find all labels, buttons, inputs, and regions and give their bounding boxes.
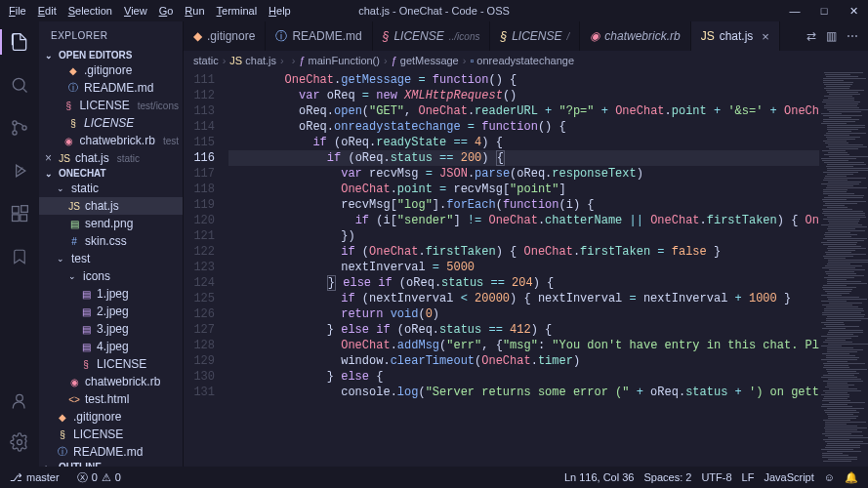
tab[interactable]: ◉chatwebrick.rb [580,21,690,51]
open-editor-item[interactable]: §LICENSEtest/icons [39,97,183,114]
file-item[interactable]: ▤send.png [39,215,183,232]
file-icon: ▤ [80,341,92,352]
file-icon: JS [701,29,715,43]
svg-rect-6 [21,215,27,222]
activity-bookmark[interactable] [0,242,39,271]
activity-debug[interactable] [0,156,39,185]
file-icon: § [67,117,79,129]
section-open-editors[interactable]: ⌄OPEN EDITORS [39,49,183,61]
status-encoding[interactable]: UTF-8 [697,471,735,484]
file-item[interactable]: JSchat.js [39,197,183,215]
chevron-down-icon: ⌄ [57,254,66,264]
breadcrumb-item[interactable]: static [193,55,219,66]
status-position[interactable]: Ln 116, Col 36 [560,471,639,484]
breadcrumbs[interactable]: static›JS chat.js››ƒ mainFunction()›ƒ ge… [184,51,868,70]
activity-explorer[interactable] [0,27,39,57]
code-content[interactable]: OneChat.getMessage = function() { var oR… [228,70,819,467]
breadcrumb-item[interactable]: ƒ getMessage [392,55,459,66]
open-editor-item[interactable]: §LICENSE [39,114,183,132]
file-item[interactable]: ▤1.jpeg [39,285,183,303]
status-spaces[interactable]: Spaces: 2 [640,471,695,484]
menu-view[interactable]: View [119,5,152,17]
section-outline[interactable]: ›OUTLINE [39,461,183,467]
tab[interactable]: §LICENSE/ [490,21,580,51]
menu-edit[interactable]: Edit [33,5,62,17]
minimap[interactable] [819,70,868,467]
svg-rect-7 [21,206,28,213]
breadcrumb-item[interactable]: ƒ mainFunction() [299,55,380,66]
file-item[interactable]: ▤3.jpeg [39,320,183,338]
compare-icon[interactable]: ⇄ [806,29,816,43]
open-editor-item[interactable]: ⓘREADME.md [39,79,183,97]
menu-terminal[interactable]: Terminal [212,5,263,17]
titlebar: FileEditSelectionViewGoRunTerminalHelp c… [0,0,868,21]
status-bell[interactable]: 🔔 [841,471,862,484]
folder-item[interactable]: ⌄static [39,180,183,197]
tab-close-icon[interactable]: × [762,29,769,44]
open-editor-item[interactable]: ◉chatwebrick.rbtest [39,132,183,149]
line-numbers: 1111121131141151161171181191201211221231… [184,70,228,467]
tab[interactable]: ⓘREADME.md [266,21,372,51]
file-icon: § [62,100,74,111]
status-language[interactable]: JavaScript [760,471,817,484]
open-editor-item[interactable]: ×JSchat.jsstatic [39,149,183,167]
svg-point-8 [17,394,23,401]
menu-go[interactable]: Go [154,5,179,17]
more-icon[interactable]: ⋯ [847,29,858,43]
status-feedback[interactable]: ☺ [820,471,839,484]
activity-bar [0,21,39,467]
chevron-down-icon: ⌄ [68,271,78,281]
tab[interactable]: JSchat.js× [691,21,780,51]
tab-bar: ◆.gitignoreⓘREADME.md§LICENSE../icons§LI… [184,21,868,51]
status-eol[interactable]: LF [738,471,759,484]
tab[interactable]: ◆.gitignore [184,21,266,51]
file-icon: § [80,358,92,370]
activity-account[interactable] [0,386,39,416]
file-icon: ▤ [80,305,92,317]
file-icon: § [383,29,390,43]
menu-selection[interactable]: Selection [63,5,117,17]
svg-rect-4 [13,207,20,214]
maximize-icon[interactable]: □ [809,0,839,21]
folder-item[interactable]: ⌄icons [39,267,183,285]
breadcrumb-item[interactable]: ▫ onreadystatechange [470,55,574,66]
file-item[interactable]: ▤4.jpeg [39,338,183,355]
file-item[interactable]: ◆.gitignore [39,408,183,426]
folder-item[interactable]: ⌄test [39,250,183,267]
file-item[interactable]: ▤2.jpeg [39,303,183,320]
file-icon: § [500,29,507,43]
activity-extensions[interactable] [0,199,39,228]
file-icon: ◆ [57,411,68,423]
section-workspace[interactable]: ⌄ONECHAT [39,167,183,180]
file-item[interactable]: §LICENSE [39,355,183,373]
status-problems[interactable]: ⓧ0 ⚠0 [73,470,125,485]
file-icon: ◆ [67,64,79,76]
split-icon[interactable]: ▥ [826,29,837,43]
activity-source-control[interactable] [0,113,39,142]
file-item[interactable]: ◉chatwebrick.rb [39,373,183,390]
file-icon: ⓘ [57,446,68,458]
menu-file[interactable]: File [4,5,31,17]
menu-run[interactable]: Run [180,5,209,17]
file-icon: ◉ [590,29,599,43]
file-icon: JS [68,200,80,212]
status-branch[interactable]: ⎇master [6,471,63,484]
file-item[interactable]: #skin.css [39,232,183,250]
file-item[interactable]: §LICENSE [39,426,183,443]
file-icon: ◉ [63,135,75,146]
tab[interactable]: §LICENSE../icons [373,21,491,51]
breadcrumb-item[interactable]: JS chat.js [229,55,276,66]
editor-area: ◆.gitignoreⓘREADME.md§LICENSE../icons§LI… [184,21,868,467]
activity-search[interactable] [0,70,39,100]
activity-settings[interactable] [0,427,39,457]
file-icon: <> [68,393,80,405]
file-icon: ▤ [80,323,92,335]
menu-help[interactable]: Help [264,5,296,17]
close-icon[interactable]: ✕ [839,0,868,21]
editor[interactable]: 1111121131141151161171181191201211221231… [184,70,868,467]
window-title: chat.js - OneChat - Code - OSS [358,5,510,17]
open-editor-item[interactable]: ◆.gitignore [39,61,183,79]
file-item[interactable]: ⓘREADME.md [39,443,183,461]
file-item[interactable]: <>test.html [39,390,183,408]
minimize-icon[interactable]: — [780,0,809,21]
